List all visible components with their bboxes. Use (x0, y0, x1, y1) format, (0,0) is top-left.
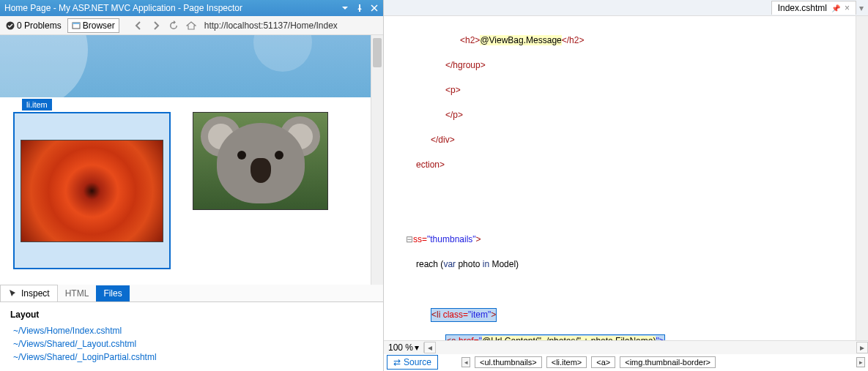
layout-file-link[interactable]: ~/Views/Shared/_LoginPartial.cshtml (10, 351, 373, 364)
source-button[interactable]: ⇄ Source (387, 355, 438, 370)
scroll-right-icon[interactable]: ▸ (856, 342, 868, 353)
layout-section: Layout ~/Views/Home/Index.cshtml ~/Views… (0, 302, 383, 371)
breadcrumb-nav-icon[interactable]: ▸ (856, 357, 865, 367)
back-icon[interactable] (133, 20, 144, 31)
chevron-down-icon: ▾ (415, 342, 419, 353)
close-icon[interactable] (370, 4, 379, 12)
tab-html[interactable]: HTML (58, 285, 97, 301)
tab-pin-icon[interactable]: 📌 (831, 4, 840, 12)
check-icon (6, 21, 15, 30)
page-inspector-panel: Home Page - My ASP.NET MVC Application -… (0, 0, 384, 371)
sync-icon: ⇄ (393, 357, 401, 367)
breadcrumb-item[interactable]: <img.thumbnail-border> (620, 356, 716, 368)
forward-icon[interactable] (151, 20, 161, 31)
zoom-control[interactable]: 100 % ▾ (384, 342, 424, 353)
koala-thumbnail[interactable] (193, 112, 328, 210)
cursor-icon (8, 288, 18, 299)
selected-thumbnail[interactable]: li.item (13, 112, 171, 269)
inspect-label: Inspect (21, 288, 50, 299)
browser-icon (72, 21, 81, 30)
thumbnail-gallery: li.item (0, 97, 371, 284)
page-header-graphic (0, 35, 371, 97)
toolbar: 0 Problems Browser http://localhost:5113… (0, 16, 383, 35)
window-title: Home Page - My ASP.NET MVC Application -… (4, 3, 341, 13)
editor-tab[interactable]: Index.cshtml 📌 × (771, 1, 856, 15)
layout-heading: Layout (10, 310, 373, 320)
problems-count: 0 Problems (17, 20, 62, 31)
problems-indicator[interactable]: 0 Problems (3, 19, 64, 32)
url-display[interactable]: http://localhost:51137/Home/Index (204, 20, 338, 31)
scroll-left-icon[interactable]: ◂ (424, 342, 436, 353)
inspector-tabs: Inspect HTML Files (0, 285, 383, 302)
pin-icon[interactable] (355, 4, 364, 12)
layout-file-link[interactable]: ~/Views/Shared/_Layout.cshtml (10, 337, 373, 351)
flower-image (21, 140, 163, 242)
tab-close-icon[interactable]: × (845, 3, 850, 13)
svg-rect-2 (73, 23, 80, 24)
code-editor[interactable]: ▣ <h2>@ViewBag.Message</h2> </hgroup> <p… (384, 16, 868, 340)
home-icon[interactable] (186, 20, 196, 31)
browser-viewport: li.item (0, 35, 383, 285)
titlebar: Home Page - My ASP.NET MVC Application -… (0, 0, 383, 16)
viewport-scrollbar[interactable] (371, 35, 383, 285)
editor-statusbar: 100 % ▾ ◂ ▸ ⇄ Source ◂ <ul.thumbnails> <… (384, 340, 868, 371)
editor-scrollbar[interactable] (856, 16, 868, 340)
breadcrumb-item[interactable]: <ul.thumbnails> (475, 356, 542, 368)
dropdown-icon[interactable] (341, 4, 349, 12)
code-editor-panel: Index.cshtml 📌 × ▾ ▣ <h2>@ViewBag.Messag… (384, 0, 868, 371)
breadcrumb-item[interactable]: <li.item> (546, 356, 587, 368)
tab-files[interactable]: Files (96, 285, 129, 301)
breadcrumb-bar: ⇄ Source ◂ <ul.thumbnails> <li.item> <a>… (384, 354, 868, 371)
layout-file-link[interactable]: ~/Views/Home/Index.cshtml (10, 324, 373, 337)
browser-button[interactable]: Browser (67, 18, 119, 33)
tab-filename: Index.cshtml (778, 3, 827, 13)
breadcrumb-item[interactable]: <a> (591, 356, 615, 368)
breadcrumb-nav-icon[interactable]: ◂ (461, 357, 470, 367)
editor-tabstrip: Index.cshtml 📌 × ▾ (384, 0, 868, 16)
refresh-icon[interactable] (168, 20, 179, 31)
browser-label: Browser (83, 20, 115, 31)
outline-collapse-icon[interactable]: ⊟ (406, 234, 413, 244)
tabs-dropdown-icon[interactable]: ▾ (859, 3, 864, 13)
tab-inspect[interactable]: Inspect (0, 285, 58, 301)
selection-label: li.item (22, 99, 52, 110)
